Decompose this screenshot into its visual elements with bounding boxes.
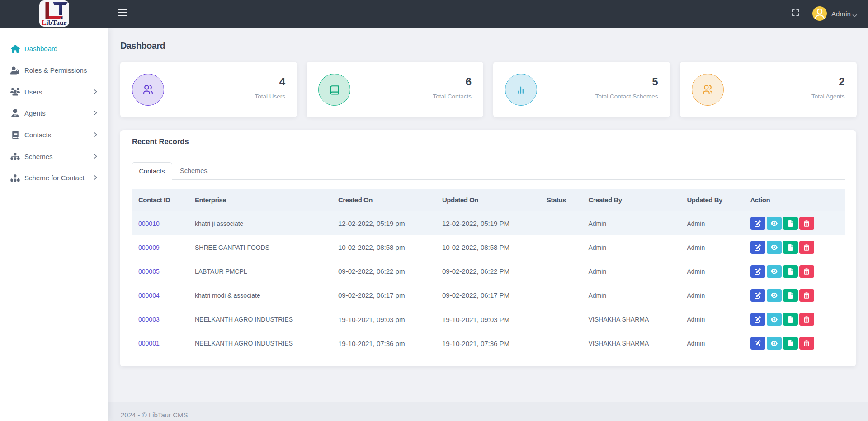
svg-text:LibTaur: LibTaur — [42, 19, 67, 26]
